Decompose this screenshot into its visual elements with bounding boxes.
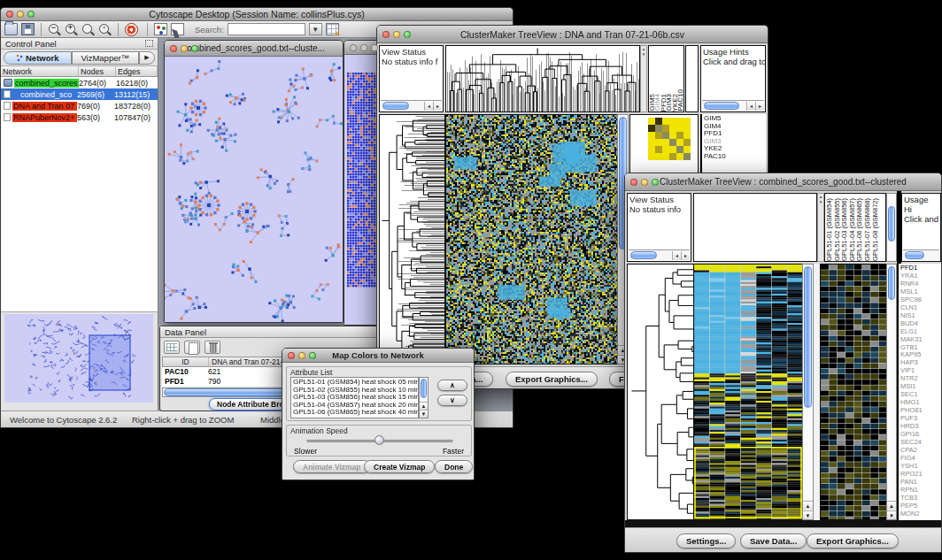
column-label[interactable]: GPL51-08 (GSM872): [872, 198, 880, 261]
tv2-settings-button[interactable]: Settings...: [676, 533, 736, 548]
matrix-cell[interactable]: [676, 118, 683, 125]
matrix-cell[interactable]: [683, 125, 691, 132]
done-button[interactable]: Done: [435, 460, 473, 473]
tv2-column-dendrogram-area[interactable]: [693, 193, 817, 262]
matrix-cell[interactable]: [648, 125, 655, 132]
matrix-cell[interactable]: [648, 118, 655, 125]
tv1-export-graphics-button[interactable]: Export Graphics...: [506, 372, 598, 387]
matrix-cell[interactable]: [683, 153, 691, 160]
tv2-row-dendrogram-canvas[interactable]: [627, 264, 695, 520]
matrix-cell[interactable]: [662, 139, 669, 146]
tv1-row-dendrogram-canvas[interactable]: [379, 114, 445, 364]
scroll-left-arrow[interactable]: ◂: [746, 102, 755, 111]
new-attribute-icon[interactable]: [184, 341, 200, 354]
tv1-column-dendrogram-canvas[interactable]: [445, 45, 640, 112]
window-controls[interactable]: [288, 352, 316, 359]
matrix-cell[interactable]: [676, 146, 683, 153]
matrix-cell[interactable]: [648, 132, 655, 139]
network-table-row[interactable]: combined_scores 2764(0) 16218(0): [1, 77, 158, 88]
tv1-heatmap-canvas[interactable]: [445, 114, 618, 364]
create-vizmap-button[interactable]: Create Vizmap: [364, 460, 435, 473]
tv2-genelist-vscrollbar[interactable]: ▲ ▼: [886, 264, 897, 520]
delete-attribute-icon[interactable]: [205, 341, 220, 354]
matrix-cell[interactable]: [662, 132, 669, 139]
scrollbar-thumb[interactable]: [421, 379, 427, 398]
main-title-bar[interactable]: Cytoscape Desktop (Session Name: collins…: [1, 8, 513, 21]
matrix-cell[interactable]: [662, 153, 669, 160]
matrix-cell[interactable]: [662, 125, 669, 132]
window-controls[interactable]: [170, 45, 198, 52]
matrix-cell[interactable]: [648, 146, 655, 153]
matrix-cell[interactable]: [683, 118, 691, 125]
data-panel-title[interactable]: Data Panel: [160, 326, 380, 338]
scroll-left-arrow[interactable]: ◂: [424, 102, 433, 111]
matrix-cell[interactable]: [648, 139, 655, 146]
close-button[interactable]: [630, 179, 637, 186]
save-session-icon[interactable]: [21, 23, 35, 35]
attribute-list-item[interactable]: GPL51-07 (GSM868) heat shock 60 min: [293, 417, 416, 419]
network-graph-canvas[interactable]: [165, 57, 343, 322]
matrix-cell[interactable]: [669, 125, 676, 132]
scroll-down-arrow[interactable]: ▼: [803, 510, 813, 519]
tv1-splitter[interactable]: ▴▾: [640, 45, 647, 112]
scrollbar-thumb[interactable]: [905, 251, 924, 259]
matrix-cell[interactable]: [655, 132, 662, 139]
network-overview-canvas[interactable]: [4, 314, 153, 403]
zoom-button[interactable]: [652, 179, 659, 186]
network-table-row[interactable]: RNAPuberNov2+ 563(0) 107847(0): [1, 111, 158, 123]
treeview1-title-bar[interactable]: ClusterMaker TreeView : DNA and Tran 07-…: [377, 26, 768, 43]
column-header-nodes[interactable]: Nodes: [79, 66, 116, 76]
tv2-heatmap-vscrollbar[interactable]: ▲ ▼: [802, 264, 814, 520]
move-up-button[interactable]: ∧: [437, 380, 467, 391]
matrix-cell[interactable]: [655, 139, 662, 146]
matrix-cell[interactable]: [655, 118, 662, 125]
search-dropdown-button[interactable]: ▼: [309, 23, 322, 35]
gene-label[interactable]: MON2: [900, 510, 941, 518]
zoom-in-icon[interactable]: +: [65, 23, 78, 36]
usage-hints-hscrollbar[interactable]: [903, 249, 939, 260]
matrix-cell[interactable]: [662, 118, 669, 125]
view-status-hscrollbar[interactable]: ◂▸: [629, 249, 690, 260]
scroll-left-arrow[interactable]: ◂: [672, 251, 681, 260]
zoom-button[interactable]: [309, 352, 316, 359]
minimize-button[interactable]: [641, 179, 648, 186]
scrollbar-thumb[interactable]: [704, 102, 739, 110]
zoom-button[interactable]: [27, 11, 35, 18]
tab-vizmapper[interactable]: VizMapper™: [72, 51, 140, 65]
search-input[interactable]: [228, 23, 305, 35]
matrix-cell[interactable]: [683, 132, 691, 139]
attribute-select-icon[interactable]: [164, 341, 180, 354]
scrollbar-thumb[interactable]: [804, 266, 812, 408]
gene-label[interactable]: PAC10: [704, 153, 766, 161]
tv2-splitter[interactable]: ▴▾: [817, 193, 824, 262]
annotation-icon[interactable]: [171, 23, 184, 35]
column-label[interactable]: PAC10: [678, 89, 683, 111]
zoom-selected-icon[interactable]: ▫: [98, 23, 112, 36]
close-button[interactable]: [382, 31, 390, 38]
close-button[interactable]: [170, 45, 177, 52]
network-table-row[interactable]: DNA and Tran 07 769(0) 183728(0): [1, 100, 158, 111]
tv2-save-data-button[interactable]: Save Data...: [740, 533, 807, 548]
open-session-icon[interactable]: [4, 23, 18, 35]
tv2-export-graphics-button[interactable]: Export Graphics...: [807, 533, 899, 548]
minimize-button[interactable]: [181, 45, 188, 52]
zoom-out-icon[interactable]: −: [48, 23, 61, 36]
scroll-down-arrow[interactable]: ▼: [420, 410, 428, 418]
scrollbar-thumb[interactable]: [888, 266, 895, 300]
close-button[interactable]: [288, 352, 295, 359]
matrix-cell[interactable]: [683, 139, 691, 146]
network-table-row[interactable]: combined_sco 2569(6) 13112(15): [1, 88, 158, 100]
matrix-cell[interactable]: [648, 153, 655, 160]
zoom-button[interactable]: [404, 31, 411, 38]
tv1-correlation-matrix[interactable]: [648, 118, 691, 160]
window-controls[interactable]: [630, 179, 659, 186]
minimize-button[interactable]: [298, 352, 305, 359]
matrix-cell[interactable]: [669, 132, 676, 139]
speed-slider-thumb[interactable]: [374, 435, 384, 445]
scroll-down-arrow[interactable]: ▼: [887, 510, 896, 519]
matrix-cell[interactable]: [676, 125, 683, 132]
scrollbar-thumb[interactable]: [630, 251, 657, 259]
minimize-button[interactable]: [360, 44, 367, 51]
help-lifering-icon[interactable]: [125, 23, 138, 36]
window-controls[interactable]: [6, 11, 35, 18]
